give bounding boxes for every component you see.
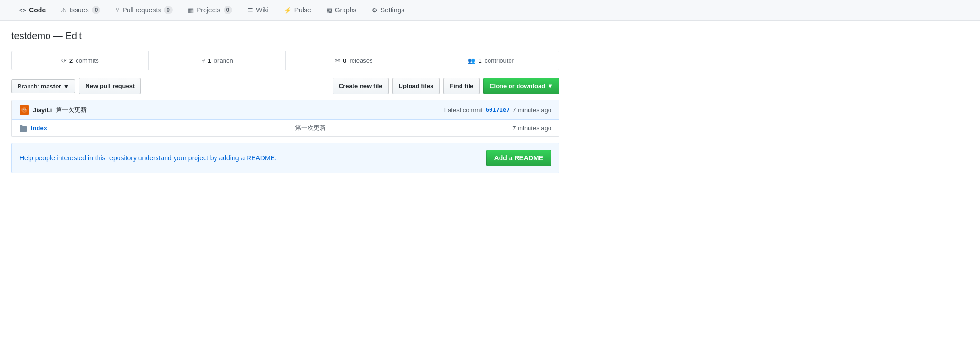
contributors-icon: 👥 <box>468 57 475 64</box>
repo-name: testdemo <box>11 30 50 41</box>
releases-count: 0 <box>343 57 346 64</box>
tab-code-label: Code <box>29 6 46 14</box>
tab-issues-label: Issues <box>69 6 88 14</box>
svg-point-5 <box>25 109 25 109</box>
stat-commits[interactable]: ⟳ 2 commits <box>12 51 149 70</box>
find-file-button[interactable]: Find file <box>443 78 480 94</box>
upload-files-button[interactable]: Upload files <box>392 78 440 94</box>
commit-left: JiayiLi 第一次更新 <box>20 105 87 115</box>
author-avatar <box>20 105 29 115</box>
commit-message: 第一次更新 <box>56 106 87 114</box>
file-time: 7 minutes ago <box>494 125 551 132</box>
clone-or-download-button[interactable]: Clone or download ▼ <box>483 78 559 94</box>
tab-graphs[interactable]: ▩ Graphs <box>319 0 364 20</box>
file-commit-message: 第一次更新 <box>126 124 494 132</box>
latest-commit-label: Latest commit <box>444 107 483 114</box>
clone-or-download-label: Clone or download <box>490 81 545 91</box>
commit-right: Latest commit 60171e7 7 minutes ago <box>444 107 551 114</box>
branch-label: Branch: <box>18 83 39 90</box>
avatar-image <box>20 105 29 115</box>
file-icon <box>20 124 27 132</box>
svg-point-1 <box>21 107 27 113</box>
commit-time: 7 minutes ago <box>512 107 551 114</box>
repo-separator: — <box>53 30 66 41</box>
code-icon: <> <box>19 7 26 14</box>
create-new-file-button[interactable]: Create new file <box>333 78 389 94</box>
tab-projects-label: Projects <box>196 6 221 14</box>
branches-count: 1 <box>208 57 211 64</box>
stat-releases[interactable]: ⚯ 0 releases <box>286 51 423 70</box>
repo-subtitle: Edit <box>65 30 81 41</box>
tab-code[interactable]: <> Code <box>11 0 53 20</box>
action-row: Branch: master ▼ New pull request Create… <box>11 78 559 94</box>
tab-pull-requests[interactable]: ⑂ Pull requests 0 <box>108 0 180 21</box>
main-content: testdemo — Edit ⟳ 2 commits ⑂ 1 branch ⚯… <box>0 21 571 183</box>
pull-requests-badge: 0 <box>164 6 173 14</box>
new-pull-request-button[interactable]: New pull request <box>79 78 141 94</box>
tab-wiki[interactable]: ☰ Wiki <box>240 0 276 20</box>
action-left: Branch: master ▼ New pull request <box>11 78 141 94</box>
file-name[interactable]: index <box>31 125 126 132</box>
commit-sha[interactable]: 60171e7 <box>486 107 510 113</box>
stats-bar: ⟳ 2 commits ⑂ 1 branch ⚯ 0 releases 👥 1 … <box>11 51 559 70</box>
tab-pulse[interactable]: ⚡ Pulse <box>276 0 319 20</box>
repo-title: testdemo — Edit <box>11 30 559 41</box>
settings-icon: ⚙ <box>372 7 378 14</box>
projects-badge: 0 <box>224 6 233 14</box>
tab-graphs-label: Graphs <box>335 6 357 14</box>
branches-label: branch <box>214 57 233 64</box>
branch-name: master <box>41 83 61 90</box>
tab-pulse-label: Pulse <box>294 6 311 14</box>
commit-author[interactable]: JiayiLi <box>33 107 52 114</box>
tab-projects[interactable]: ▦ Projects 0 <box>180 0 240 21</box>
branch-selector[interactable]: Branch: master ▼ <box>11 79 75 93</box>
stat-contributors[interactable]: 👥 1 contributor <box>422 51 559 70</box>
issues-badge: 0 <box>92 6 101 14</box>
issues-icon: ⚠ <box>61 7 67 14</box>
commits-count: 2 <box>69 57 73 64</box>
file-table: JiayiLi 第一次更新 Latest commit 60171e7 7 mi… <box>11 100 559 137</box>
chevron-down-icon: ▼ <box>63 83 69 90</box>
commits-icon: ⟳ <box>61 57 67 64</box>
folder-icon <box>20 125 27 132</box>
tab-pull-requests-label: Pull requests <box>122 6 161 14</box>
pulse-icon: ⚡ <box>284 7 292 14</box>
readme-text: Help people interested in this repositor… <box>20 154 277 162</box>
pull-requests-icon: ⑂ <box>116 7 119 14</box>
add-readme-button[interactable]: Add a README <box>486 150 551 166</box>
tab-settings[interactable]: ⚙ Settings <box>364 0 412 20</box>
contributors-label: contributor <box>485 57 514 64</box>
tab-issues[interactable]: ⚠ Issues 0 <box>53 0 108 21</box>
table-row: index 第一次更新 7 minutes ago <box>12 120 559 137</box>
wiki-icon: ☰ <box>247 7 253 14</box>
graphs-icon: ▩ <box>326 7 332 14</box>
tab-wiki-label: Wiki <box>256 6 268 14</box>
stat-branches[interactable]: ⑂ 1 branch <box>149 51 286 70</box>
action-right: Create new file Upload files Find file C… <box>333 78 559 94</box>
tab-settings-label: Settings <box>381 6 405 14</box>
contributors-count: 1 <box>478 57 481 64</box>
branch-icon: ⑂ <box>201 57 205 64</box>
releases-icon: ⚯ <box>335 57 340 64</box>
readme-banner: Help people interested in this repositor… <box>11 143 559 173</box>
projects-icon: ▦ <box>188 7 194 14</box>
releases-label: releases <box>349 57 372 64</box>
tab-bar: <> Code ⚠ Issues 0 ⑂ Pull requests 0 ▦ P… <box>0 0 980 21</box>
clone-dropdown-icon: ▼ <box>547 81 553 91</box>
svg-point-4 <box>23 109 23 109</box>
commits-label: commits <box>76 57 98 64</box>
avatar-svg <box>20 105 29 115</box>
commit-row: JiayiLi 第一次更新 Latest commit 60171e7 7 mi… <box>12 100 559 120</box>
